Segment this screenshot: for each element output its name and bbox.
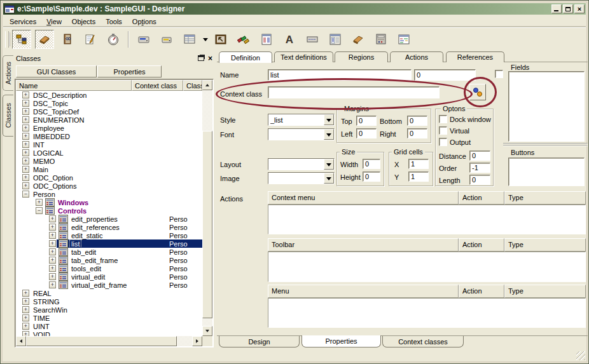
- distance-input[interactable]: [469, 151, 490, 161]
- close-panel-icon[interactable]: ×: [208, 55, 212, 62]
- context-class-input[interactable]: [268, 86, 440, 98]
- expand-icon[interactable]: +: [22, 125, 29, 131]
- output-checkbox[interactable]: [439, 138, 447, 146]
- tree-item-MEMO[interactable]: +MEMO: [16, 157, 202, 165]
- menu-view[interactable]: View: [41, 17, 67, 27]
- toolbar-button-hierarchy[interactable]: [12, 30, 31, 49]
- tree-item-list[interactable]: +listPerso: [16, 239, 202, 248]
- menu-tools[interactable]: Tools: [100, 17, 127, 27]
- width-input[interactable]: [363, 159, 380, 169]
- font-combo[interactable]: [268, 128, 335, 140]
- toolbar-button-form-table[interactable]: [326, 30, 345, 49]
- dock-window-checkbox[interactable]: [439, 115, 447, 123]
- style-combo[interactable]: [268, 114, 335, 126]
- tree-item-ENUMERATION[interactable]: +ENUMERATION: [16, 116, 202, 124]
- tab-properties-bottom[interactable]: Properties: [301, 335, 381, 347]
- expand-icon[interactable]: +: [49, 215, 56, 222]
- collapse-icon[interactable]: −: [22, 191, 29, 198]
- tree-item-Controls[interactable]: −Controls: [16, 206, 202, 215]
- tree-item-tab_edit_frame[interactable]: +tab_edit_framePerso: [16, 256, 202, 264]
- close-button[interactable]: ×: [574, 4, 585, 13]
- expand-icon[interactable]: +: [22, 149, 29, 156]
- form-grid-dropdown-arrow-icon[interactable]: [201, 31, 209, 48]
- tab-regions[interactable]: Regions: [335, 51, 388, 62]
- tree-item-LOGICAL[interactable]: +LOGICAL: [16, 149, 202, 157]
- menu-options[interactable]: Options: [127, 17, 162, 27]
- tree-horizontal-scrollbar[interactable]: [16, 336, 202, 346]
- tree-item-ODC_Option[interactable]: +ODC_Option: [16, 173, 202, 182]
- toolbar-button-edit-note[interactable]: [81, 30, 100, 49]
- tab-text-definitions[interactable]: Text definitions: [274, 51, 333, 62]
- expand-icon[interactable]: +: [22, 174, 29, 181]
- toolbar-table-body[interactable]: [268, 252, 586, 282]
- fields-buttons-splitter[interactable]: [503, 143, 588, 146]
- context-menu-table-body[interactable]: [268, 205, 586, 234]
- expand-icon[interactable]: +: [36, 199, 43, 206]
- toolbar-button-window-colored[interactable]: [394, 30, 413, 49]
- tree-item-edit_properties[interactable]: +edit_propertiesPerso: [16, 215, 202, 223]
- height-input[interactable]: [363, 172, 380, 182]
- buttons-listbox[interactable]: [508, 158, 585, 186]
- type-column-header[interactable]: Type: [504, 238, 586, 252]
- fields-listbox[interactable]: [508, 71, 585, 142]
- action-column-header[interactable]: Action: [459, 238, 504, 252]
- action-column-header[interactable]: Action: [459, 191, 504, 205]
- toolbar-button-links[interactable]: [234, 30, 253, 49]
- tree-item-Windows[interactable]: +Windows: [16, 198, 202, 206]
- expand-icon[interactable]: +: [22, 141, 29, 148]
- order-input[interactable]: [469, 163, 490, 173]
- style-dropdown-icon[interactable]: [324, 114, 334, 125]
- toolbar-grip[interactable]: [5, 31, 9, 48]
- expand-icon[interactable]: +: [22, 182, 29, 189]
- scroll-down-icon[interactable]: [202, 326, 212, 336]
- tree-item-SearchWin[interactable]: +SearchWin: [16, 306, 202, 314]
- tree-item-REAL[interactable]: +REAL: [16, 289, 202, 297]
- tree-item-STRING[interactable]: +STRING: [16, 297, 202, 306]
- type-column-header[interactable]: Type: [504, 191, 586, 205]
- margin-left-input[interactable]: [356, 128, 377, 138]
- vertical-scroll-thumb[interactable]: [202, 131, 212, 318]
- float-panel-icon[interactable]: [198, 55, 204, 61]
- name-number-input[interactable]: [414, 69, 476, 81]
- expand-icon[interactable]: +: [49, 248, 56, 255]
- layout-combo[interactable]: [268, 158, 335, 170]
- menu-services[interactable]: Services: [4, 17, 41, 27]
- tree-item-VOID[interactable]: +VOID: [16, 330, 202, 336]
- title-bar[interactable]: e:\Sample\Sample.dev : SampleGUI - Desig…: [3, 3, 586, 15]
- grid-y-input[interactable]: [408, 172, 429, 182]
- name-flag-checkbox[interactable]: [495, 70, 503, 78]
- tab-design[interactable]: Design: [219, 336, 300, 347]
- tree-item-INT[interactable]: +INT: [16, 140, 202, 149]
- expand-icon[interactable]: +: [22, 331, 29, 336]
- tree-item-IMBEDDED[interactable]: +IMBEDDED: [16, 132, 202, 140]
- expand-icon[interactable]: +: [49, 265, 56, 272]
- column-header-name[interactable]: Name: [16, 80, 132, 91]
- tree-item-DSC_Description[interactable]: +DSC_Description: [16, 91, 202, 99]
- action-column-header[interactable]: Action: [459, 285, 504, 298]
- tree-item-edit_references[interactable]: +edit_referencesPerso: [16, 223, 202, 231]
- grid-x-input[interactable]: [408, 159, 429, 169]
- scroll-up-icon[interactable]: [202, 80, 212, 90]
- side-tab-classes[interactable]: Classes: [3, 95, 13, 137]
- tree-item-TIME[interactable]: +TIME: [16, 314, 202, 322]
- resize-grip[interactable]: [576, 351, 585, 360]
- tree-item-Employee[interactable]: +Employee: [16, 124, 202, 132]
- scroll-right-icon[interactable]: [192, 336, 202, 346]
- expand-icon[interactable]: +: [22, 158, 29, 165]
- toolbar-button-eraser-2[interactable]: [349, 30, 368, 49]
- layout-combo-input[interactable]: [268, 159, 324, 170]
- expand-icon[interactable]: +: [22, 323, 29, 330]
- expand-icon[interactable]: +: [49, 232, 56, 239]
- expand-icon[interactable]: +: [49, 281, 56, 288]
- menu-objects[interactable]: Objects: [67, 17, 100, 27]
- length-input[interactable]: [469, 175, 490, 185]
- toolbar-button-report[interactable]: [257, 30, 276, 49]
- name-input[interactable]: [268, 69, 412, 81]
- expand-icon[interactable]: +: [22, 108, 29, 115]
- toolbar-button-drive-blue[interactable]: [134, 30, 153, 49]
- collapse-icon[interactable]: −: [36, 207, 43, 214]
- layout-dropdown-icon[interactable]: [324, 159, 334, 170]
- expand-icon[interactable]: +: [22, 133, 29, 140]
- tree-item-DSC_TopicDef[interactable]: +DSC_TopicDef: [16, 107, 202, 116]
- type-column-header[interactable]: Type: [504, 285, 586, 298]
